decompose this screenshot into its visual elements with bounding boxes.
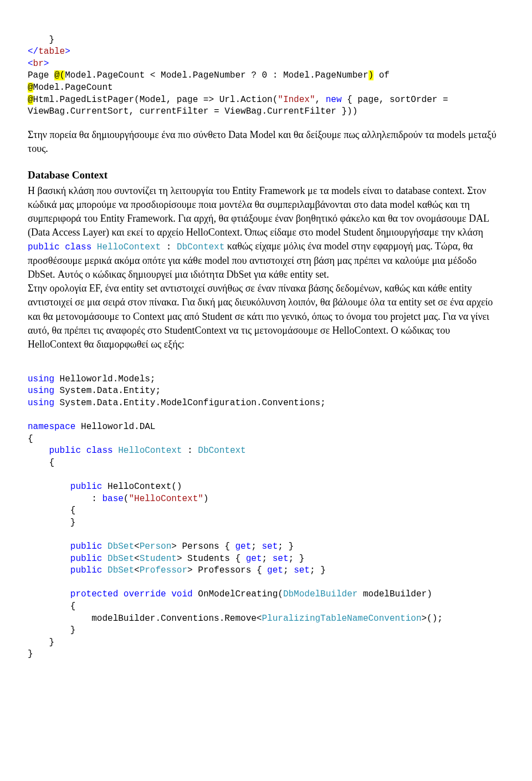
code-block-hellocontext: using Helloworld.Models; using System.Da… xyxy=(28,361,504,661)
code-text: ViewBag.CurrentSort, currentFilter = Vie… xyxy=(28,106,357,116)
prop: > Professors { xyxy=(187,565,267,575)
keyword: set xyxy=(262,542,278,552)
indent xyxy=(28,554,70,564)
brace: { xyxy=(49,458,54,468)
keyword: namespace xyxy=(28,422,75,432)
code-text: Model.PageCount xyxy=(33,83,113,93)
indent xyxy=(28,589,70,599)
keyword: new xyxy=(326,95,342,105)
type-name: Person xyxy=(140,542,172,552)
type-name: DbSet xyxy=(108,542,134,552)
body-text: Η βασική κλάση που συντονίζει τη λειτουρ… xyxy=(28,185,489,238)
keyword: using xyxy=(28,398,54,408)
code-text: Helloworld.Models; xyxy=(54,374,155,384)
paragraph: Στην ορολογία EF, ένα entity set αντιστο… xyxy=(28,282,504,351)
keyword: void xyxy=(171,589,192,599)
indent xyxy=(28,601,70,611)
code-text: of xyxy=(374,70,390,80)
tag-close: > xyxy=(44,59,49,69)
keyword: class xyxy=(65,242,91,252)
keyword: public xyxy=(70,565,103,575)
param: modelBuilder) xyxy=(357,589,432,599)
type-name: DbSet xyxy=(108,554,134,564)
code-text: modelBuilder.Conventions.Remove< xyxy=(91,614,262,624)
keyword: get xyxy=(235,542,251,552)
keyword: protected xyxy=(70,589,118,599)
brace: { xyxy=(70,601,76,611)
code-text: , xyxy=(315,95,326,105)
method-name: OnModelCreating( xyxy=(193,589,283,599)
lt: < xyxy=(134,565,140,575)
brace: { xyxy=(28,434,33,444)
razor-at: @ xyxy=(28,83,33,93)
endprop: ; } xyxy=(289,554,305,564)
endprop: ; } xyxy=(278,542,294,552)
keyword: class xyxy=(86,446,113,456)
code-text: System.Data.Entity.ModelConfiguration.Co… xyxy=(54,398,326,408)
keyword: public xyxy=(70,542,103,552)
semi: ; xyxy=(251,542,262,552)
semi: ; xyxy=(283,565,294,575)
keyword: using xyxy=(28,386,54,396)
keyword: public xyxy=(49,446,81,456)
lt: < xyxy=(134,554,140,564)
paragraph: Η βασική κλάση που συντονίζει τη λειτουρ… xyxy=(28,184,504,282)
type-name: DbSet xyxy=(108,565,134,575)
code-text: >(); xyxy=(422,614,443,624)
tag-name: table xyxy=(38,47,65,57)
code-line: } xyxy=(28,35,54,45)
keyword: public xyxy=(70,554,103,564)
inline-colon: : xyxy=(161,242,177,252)
colon: : xyxy=(182,446,198,456)
type-name: HelloContext xyxy=(118,446,182,456)
keyword: using xyxy=(28,374,54,384)
code-text: Page xyxy=(28,70,54,80)
type-name: DbContext xyxy=(177,242,224,252)
paragraph: Στην πορεία θα δημιουργήσουμε ένα πιο σύ… xyxy=(28,128,504,156)
code-text: Helloworld.DAL xyxy=(75,422,155,432)
semi: ; xyxy=(262,554,273,564)
razor-close: ) xyxy=(369,70,374,80)
brace: } xyxy=(28,649,33,659)
type-name: Student xyxy=(140,554,177,564)
keyword: override xyxy=(124,589,166,599)
ctor: HelloContext() xyxy=(102,482,182,492)
type-name: Professor xyxy=(140,565,187,575)
indent xyxy=(28,565,70,575)
prop: > Persons { xyxy=(171,542,235,552)
keyword: public xyxy=(70,482,103,492)
code-text: Model.PageCount < Model.PageNumber ? 0 :… xyxy=(65,70,368,80)
indent xyxy=(28,637,49,647)
keyword: set xyxy=(273,554,289,564)
code-text: { page, sortOrder = xyxy=(342,95,448,105)
string-literal: "Index" xyxy=(278,95,315,105)
string-literal: "HelloContext" xyxy=(129,494,203,504)
type-name: DbModelBuilder xyxy=(283,589,357,599)
indent xyxy=(28,625,70,635)
indent xyxy=(28,482,70,492)
razor-at: @( xyxy=(54,70,65,80)
code-block-top: } </table> <br> Page @(Model.PageCount <… xyxy=(28,22,504,118)
type-name: PluralizingTableNameConvention xyxy=(262,614,421,624)
brace: } xyxy=(70,518,76,528)
brace: } xyxy=(49,637,54,647)
indent xyxy=(28,518,70,528)
keyword: set xyxy=(294,565,310,575)
tag-open: </ xyxy=(28,47,38,57)
keyword: get xyxy=(267,565,283,575)
tag-open: < xyxy=(28,59,33,69)
indent xyxy=(28,494,91,504)
razor-at: @ xyxy=(28,95,33,105)
brace: } xyxy=(70,625,76,635)
endprop: ; } xyxy=(310,565,326,575)
tag-close: > xyxy=(65,47,70,57)
code-text: System.Data.Entity; xyxy=(54,386,161,396)
keyword: public xyxy=(28,242,60,252)
indent xyxy=(28,506,70,515)
heading-database-context: Database Context xyxy=(28,168,504,183)
indent xyxy=(28,542,70,552)
indent xyxy=(28,458,49,468)
brace: { xyxy=(70,506,76,515)
type-name: DbContext xyxy=(198,446,245,456)
keyword: base xyxy=(102,494,123,504)
